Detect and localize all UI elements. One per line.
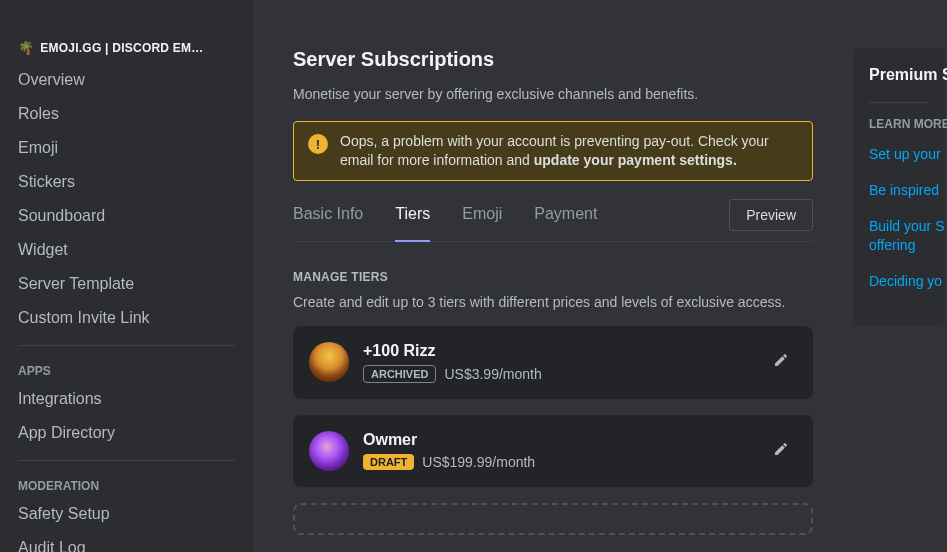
divider (869, 102, 929, 103)
sidebar-apps-header: Apps (8, 356, 245, 382)
tier-avatar (309, 342, 349, 382)
sidebar-item-stickers[interactable]: Stickers (8, 165, 245, 199)
palm-tree-icon: 🌴 (18, 40, 34, 55)
tier-body: +100 RizzARCHIVEDUS$3.99/month (363, 342, 751, 383)
tier-card: +100 RizzARCHIVEDUS$3.99/month (293, 326, 813, 399)
tab-tiers[interactable]: Tiers (395, 205, 430, 241)
alert-text: Oops, a problem with your account is pre… (340, 132, 798, 170)
update-payment-link[interactable]: update your payment settings. (534, 152, 737, 168)
sidebar-apps-group: IntegrationsApp Directory (8, 382, 245, 450)
add-tier-placeholder[interactable] (293, 503, 813, 535)
sidebar-moderation-group: Safety SetupAudit Log (8, 497, 245, 552)
sidebar-item-app-directory[interactable]: App Directory (8, 416, 245, 450)
tab-emoji[interactable]: Emoji (462, 205, 502, 241)
tabs-row: Basic InfoTiersEmojiPayment Preview (293, 205, 813, 242)
sidebar-item-custom-invite-link[interactable]: Custom Invite Link (8, 301, 245, 335)
page-subtitle: Monetise your server by offering exclusi… (293, 85, 813, 103)
learn-more-links: Set up yourBe inspiredBuild your Sofferi… (869, 145, 929, 290)
sidebar-main-group: OverviewRolesEmojiStickersSoundboardWidg… (8, 63, 245, 335)
divider (18, 345, 235, 346)
sidebar-item-emoji[interactable]: Emoji (8, 131, 245, 165)
tier-name: +100 Rizz (363, 342, 751, 360)
tabs: Basic InfoTiersEmojiPayment (293, 205, 729, 241)
sidebar-item-integrations[interactable]: Integrations (8, 382, 245, 416)
sidebar-item-soundboard[interactable]: Soundboard (8, 199, 245, 233)
learn-more-link[interactable]: Build your Soffering (869, 217, 929, 253)
sidebar-item-overview[interactable]: Overview (8, 63, 245, 97)
learn-more-link[interactable]: Set up your (869, 145, 929, 163)
tab-basic-info[interactable]: Basic Info (293, 205, 363, 241)
sidebar-item-audit-log[interactable]: Audit Log (8, 531, 245, 552)
learn-more-link[interactable]: Deciding yo (869, 272, 929, 290)
manage-tiers-desc: Create and edit up to 3 tiers with diffe… (293, 294, 813, 310)
main-content: Server Subscriptions Monetise your serve… (253, 0, 947, 552)
warning-icon: ! (308, 134, 328, 154)
tiers-list: +100 RizzARCHIVEDUS$3.99/monthOwmerDRAFT… (293, 326, 813, 487)
tab-payment[interactable]: Payment (534, 205, 597, 241)
sidebar-moderation-header: Moderation (8, 471, 245, 497)
manage-tiers-label: Manage Tiers (293, 270, 813, 284)
learn-more-label: Learn More (869, 117, 929, 131)
divider (18, 460, 235, 461)
pencil-icon (773, 441, 789, 461)
preview-button[interactable]: Preview (729, 199, 813, 231)
tier-avatar (309, 431, 349, 471)
sidebar-item-roles[interactable]: Roles (8, 97, 245, 131)
tier-body: OwmerDRAFTUS$199.99/month (363, 431, 751, 470)
sidebar-item-widget[interactable]: Widget (8, 233, 245, 267)
tier-name: Owmer (363, 431, 751, 449)
sidebar-item-safety-setup[interactable]: Safety Setup (8, 497, 245, 531)
right-panel: Premium S Learn More Set up yourBe inspi… (853, 48, 945, 552)
pencil-icon (773, 352, 789, 372)
tier-status-badge: DRAFT (363, 454, 414, 470)
tier-meta: DRAFTUS$199.99/month (363, 454, 751, 470)
learn-more-link[interactable]: Be inspired (869, 181, 929, 199)
content-column: Server Subscriptions Monetise your serve… (293, 48, 813, 552)
edit-tier-button[interactable] (765, 346, 797, 378)
server-name-header: 🌴 EMOJI.GG | DISCORD EM… (8, 40, 245, 63)
settings-sidebar: 🌴 EMOJI.GG | DISCORD EM… OverviewRolesEm… (0, 0, 253, 552)
premium-title: Premium S (869, 66, 929, 84)
payout-alert: ! Oops, a problem with your account is p… (293, 121, 813, 181)
tier-price: US$199.99/month (422, 454, 535, 470)
page-title: Server Subscriptions (293, 48, 813, 71)
server-name-text: EMOJI.GG | DISCORD EM… (40, 41, 203, 55)
tier-meta: ARCHIVEDUS$3.99/month (363, 365, 751, 383)
tier-status-badge: ARCHIVED (363, 365, 436, 383)
edit-tier-button[interactable] (765, 435, 797, 467)
tier-price: US$3.99/month (444, 366, 541, 382)
tier-card: OwmerDRAFTUS$199.99/month (293, 415, 813, 487)
premium-card: Premium S Learn More Set up yourBe inspi… (853, 48, 945, 326)
sidebar-item-server-template[interactable]: Server Template (8, 267, 245, 301)
